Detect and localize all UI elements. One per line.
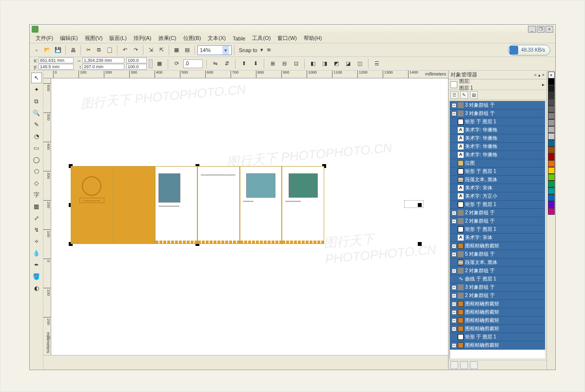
- rotate-icon[interactable]: ⟳: [172, 59, 181, 69]
- options-flyout-icon[interactable]: ▸: [542, 82, 545, 87]
- angle-input[interactable]: .0: [183, 59, 203, 68]
- object-item[interactable]: +图框精确剪裁矩: [450, 341, 545, 350]
- menu-help[interactable]: 帮助(H): [301, 34, 325, 43]
- object-item[interactable]: +图框精确剪裁矩: [450, 325, 545, 333]
- color-swatch[interactable]: [548, 153, 555, 160]
- object-item[interactable]: 段落文本, 黑体: [450, 176, 545, 184]
- expand-icon[interactable]: +: [452, 318, 456, 323]
- expand-icon[interactable]: +: [452, 219, 456, 224]
- expand-icon[interactable]: +: [452, 294, 456, 298]
- color-swatch[interactable]: [548, 147, 555, 153]
- lock-ratio-icon[interactable]: [149, 59, 153, 68]
- import-icon[interactable]: ⇲: [146, 45, 156, 55]
- color-swatch[interactable]: [548, 133, 555, 140]
- intersect-icon[interactable]: ◪: [343, 59, 353, 69]
- menu-layout[interactable]: 版面(L): [106, 34, 129, 43]
- ungroup-all-icon[interactable]: ⊡: [291, 59, 301, 69]
- scrollbar-horizontal[interactable]: [43, 355, 448, 362]
- edit-across-icon[interactable]: ✎: [460, 91, 468, 99]
- scale-x-input[interactable]: 100.0: [126, 57, 147, 63]
- new-icon[interactable]: ▫: [32, 45, 41, 55]
- object-item[interactable]: 段落文本, 黑体: [450, 259, 545, 267]
- object-item[interactable]: A美术字: 华康饰: [450, 143, 545, 151]
- app-launcher-icon[interactable]: ▦: [172, 45, 181, 55]
- docker-close-icon[interactable]: ×: [542, 73, 545, 77]
- minimize-button[interactable]: _: [528, 26, 536, 33]
- width-input[interactable]: 1,304.239 mm: [82, 57, 124, 63]
- object-item[interactable]: +图框精确剪裁矩: [450, 308, 545, 317]
- menu-bitmap[interactable]: 位图(B): [180, 34, 204, 43]
- menu-table[interactable]: Table: [230, 35, 248, 42]
- expand-icon[interactable]: +: [452, 103, 456, 108]
- expand-icon[interactable]: +: [452, 244, 456, 248]
- object-item[interactable]: A美术字: 宋体: [450, 184, 545, 192]
- object-item[interactable]: +2 对象群组 于: [450, 267, 545, 275]
- no-fill-swatch[interactable]: [548, 72, 555, 78]
- object-item[interactable]: +图框精确剪裁矩: [450, 317, 545, 325]
- color-swatch[interactable]: [548, 112, 555, 119]
- x-input[interactable]: 651.631 mm: [39, 57, 74, 63]
- expand-icon[interactable]: +: [452, 302, 456, 306]
- color-swatch[interactable]: [548, 78, 555, 85]
- color-swatch[interactable]: [548, 187, 555, 194]
- welcome-icon[interactable]: ▤: [182, 45, 192, 55]
- color-swatch[interactable]: [548, 167, 555, 174]
- expand-icon[interactable]: +: [452, 327, 456, 331]
- export-icon[interactable]: ⇱: [156, 45, 166, 55]
- combine-icon[interactable]: ◧: [308, 59, 318, 69]
- object-item[interactable]: 位图: [450, 159, 545, 168]
- scale-y-input[interactable]: 100.0: [126, 64, 147, 70]
- object-item[interactable]: +图框精确剪裁矩: [450, 242, 545, 250]
- object-item[interactable]: 矩形 于 图层 1: [450, 201, 545, 209]
- zoom-tool-icon[interactable]: 🔍: [31, 108, 42, 118]
- object-item[interactable]: +3 对象群组 于: [450, 110, 545, 118]
- object-item[interactable]: +2 对象群组 于: [450, 209, 545, 217]
- object-item[interactable]: +5 对象群组 于: [450, 250, 545, 259]
- to-back-icon[interactable]: ⬇: [251, 59, 260, 69]
- object-item[interactable]: A美术字: 方正小: [450, 192, 545, 201]
- object-item[interactable]: ∿曲线 于 图层 1: [450, 275, 545, 283]
- object-item[interactable]: A美术字: 宋体: [450, 234, 545, 242]
- group-icon[interactable]: ⊞: [268, 59, 277, 69]
- basic-shapes-icon[interactable]: ◇: [31, 178, 42, 188]
- freehand-tool-icon[interactable]: ✎: [31, 119, 42, 130]
- fill-tool-icon[interactable]: 🪣: [31, 271, 42, 282]
- outline-tool-icon[interactable]: ✒: [31, 260, 42, 270]
- object-item[interactable]: 矩形 于 图层 1: [450, 333, 545, 341]
- object-item[interactable]: A美术字: 华康饰: [450, 126, 545, 134]
- color-swatch[interactable]: [548, 160, 555, 167]
- save-icon[interactable]: 💾: [53, 45, 63, 55]
- align-icon[interactable]: ☰: [372, 59, 382, 69]
- show-props-icon[interactable]: ☰: [450, 91, 458, 99]
- object-item[interactable]: A美术字: 华康饰: [450, 151, 545, 159]
- copy-icon[interactable]: ⧉: [94, 45, 104, 55]
- object-item[interactable]: +3 对象群组 于: [450, 283, 545, 292]
- expand-icon[interactable]: +: [452, 252, 456, 257]
- expand-icon[interactable]: +: [452, 310, 456, 315]
- polygon-tool-icon[interactable]: ⬠: [31, 166, 42, 177]
- color-swatch[interactable]: [548, 194, 555, 201]
- paste-icon[interactable]: 📋: [105, 45, 115, 55]
- connector-icon[interactable]: ↯: [31, 224, 42, 235]
- eyedropper-icon[interactable]: 💧: [31, 248, 42, 259]
- table-tool-icon[interactable]: ▦: [31, 201, 42, 212]
- shape-tool-icon[interactable]: ✦: [31, 84, 42, 95]
- height-input[interactable]: 297.0 mm: [82, 64, 124, 70]
- menu-edit[interactable]: 编辑(E): [57, 34, 81, 43]
- object-item[interactable]: 矩形 于 图层 1: [450, 168, 545, 176]
- smart-fill-icon[interactable]: ◔: [31, 131, 42, 142]
- color-swatch[interactable]: [548, 92, 555, 99]
- new-layer-icon[interactable]: [450, 361, 458, 369]
- expand-icon[interactable]: +: [452, 269, 456, 273]
- rectangle-tool-icon[interactable]: ▭: [31, 143, 42, 153]
- nonprop-scale-icon[interactable]: ▦: [155, 59, 164, 69]
- menu-view[interactable]: 视图(V): [82, 34, 106, 43]
- text-tool-icon[interactable]: 字: [31, 189, 42, 200]
- menu-file[interactable]: 文件(F): [33, 34, 56, 43]
- zoom-select[interactable]: 14% ▾: [197, 45, 232, 55]
- pick-tool-icon[interactable]: ↖: [31, 73, 42, 83]
- color-swatch[interactable]: [548, 106, 555, 112]
- dimension-icon[interactable]: ⤢: [31, 213, 42, 224]
- interactive-icon[interactable]: ✧: [31, 236, 42, 247]
- simplify-icon[interactable]: ◫: [355, 59, 365, 69]
